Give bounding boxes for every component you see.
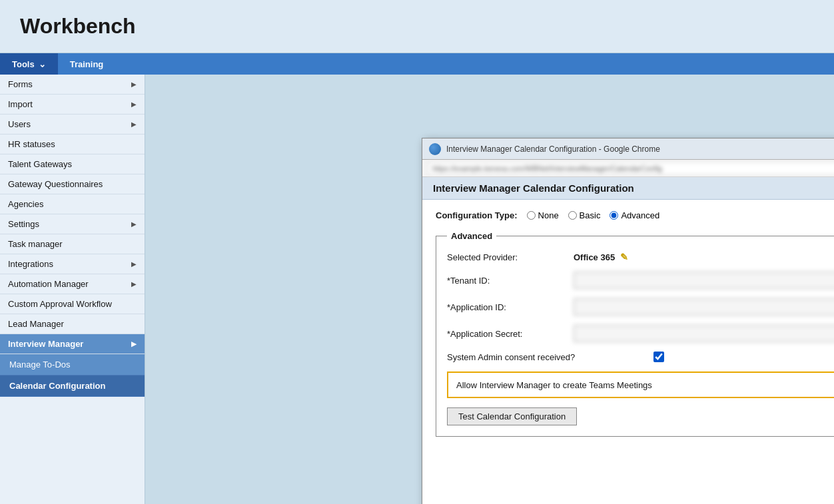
selected-provider-label: Selected Provider: <box>447 252 567 262</box>
submenu-item-calendar-configuration[interactable]: Calendar Configuration <box>0 376 145 397</box>
dialog-titlebar: Interview Manager Calendar Configuration… <box>422 138 834 160</box>
sidebar-item-users[interactable]: Users ▶ <box>0 115 145 134</box>
arrow-icon: ▶ <box>131 340 137 348</box>
application-secret-row: *Application Secret: <box>447 325 834 342</box>
sidebar: Forms ▶ Import ▶ Users ▶ HR statuses Tal… <box>0 75 145 504</box>
nav-training[interactable]: Training <box>58 53 116 75</box>
sidebar-item-import[interactable]: Import ▶ <box>0 95 145 115</box>
sidebar-item-settings[interactable]: Settings ▶ <box>0 214 145 234</box>
tenant-id-input[interactable] <box>574 272 834 289</box>
tenant-id-row: *Tenant ID: <box>447 272 834 289</box>
nav-tools[interactable]: Tools ⌄ <box>0 53 58 75</box>
arrow-icon: ▶ <box>131 280 137 288</box>
system-admin-consent-label: System Admin consent received? <box>447 352 647 362</box>
sidebar-item-gateway-questionnaires[interactable]: Gateway Questionnaires <box>0 174 145 194</box>
dialog-window: Interview Manager Calendar Configuration… <box>422 138 834 504</box>
dialog-body: Configuration Type: None Basic <box>422 200 834 504</box>
application-secret-input[interactable] <box>574 325 834 342</box>
sidebar-item-agencies[interactable]: Agencies <box>0 194 145 214</box>
config-type-label: Configuration Type: <box>436 210 518 220</box>
application-id-label: *Application ID: <box>447 302 567 312</box>
radio-basic-input[interactable] <box>568 211 577 220</box>
top-nav: Tools ⌄ Training <box>0 53 834 75</box>
arrow-icon: ▶ <box>131 101 137 108</box>
arrow-icon: ▶ <box>131 260 137 268</box>
sidebar-item-automation-manager[interactable]: Automation Manager ▶ <box>0 274 145 294</box>
allow-teams-label: Allow Interview Manager to create Teams … <box>456 380 834 390</box>
radio-advanced[interactable]: Advanced <box>610 210 659 220</box>
system-admin-consent-checkbox[interactable] <box>653 352 664 362</box>
dialog-content-title: Interview Manager Calendar Configuration <box>433 182 634 194</box>
workbench-header: Workbench <box>0 0 834 53</box>
arrow-icon: ▶ <box>131 121 137 128</box>
selected-provider-row: Selected Provider: Office 365 ✎ <box>447 252 834 262</box>
application-secret-label: *Application Secret: <box>447 329 567 339</box>
test-calendar-button[interactable]: Test Calendar Configuration <box>447 407 577 425</box>
selected-provider-value: Office 365 ✎ <box>574 252 628 262</box>
main-area: Forms ▶ Import ▶ Users ▶ HR statuses Tal… <box>0 75 834 504</box>
system-admin-consent-row: System Admin consent received? <box>447 352 834 362</box>
chevron-down-icon: ⌄ <box>39 59 46 69</box>
address-input[interactable] <box>428 162 834 175</box>
submenu-item-manage-todos[interactable]: Manage To-Dos <box>0 354 145 376</box>
arrow-icon: ▶ <box>131 81 137 88</box>
edit-icon[interactable]: ✎ <box>620 252 628 262</box>
application-id-input[interactable] <box>574 298 834 316</box>
advanced-legend: Advanced <box>447 231 496 241</box>
dialog-title: Interview Manager Calendar Configuration… <box>446 144 834 154</box>
sidebar-submenu: Manage To-Dos Calendar Configuration <box>0 354 145 397</box>
sidebar-item-forms[interactable]: Forms ▶ <box>0 75 145 95</box>
radio-none[interactable]: None <box>527 210 559 220</box>
sidebar-item-lead-manager[interactable]: Lead Manager <box>0 314 145 334</box>
sidebar-item-interview-manager[interactable]: Interview Manager ▶ <box>0 334 145 354</box>
config-type-row: Configuration Type: None Basic <box>436 210 834 220</box>
test-button-container: Test Calendar Configuration <box>447 407 834 425</box>
radio-advanced-input[interactable] <box>610 211 618 220</box>
sidebar-item-hr-statuses[interactable]: HR statuses <box>0 134 145 154</box>
dialog-addressbar <box>422 160 834 177</box>
tenant-id-label: *Tenant ID: <box>447 276 567 286</box>
arrow-icon: ▶ <box>131 220 137 228</box>
application-id-row: *Application ID: <box>447 298 834 316</box>
sidebar-item-task-manager[interactable]: Task manager <box>0 234 145 254</box>
radio-basic[interactable]: Basic <box>568 210 601 220</box>
dialog-content-header: Interview Manager Calendar Configuration… <box>422 177 834 200</box>
sidebar-item-custom-approval-workflow[interactable]: Custom Approval Workflow <box>0 294 145 314</box>
allow-teams-row: Allow Interview Manager to create Teams … <box>447 372 834 398</box>
workbench-title: Workbench <box>20 14 136 39</box>
sidebar-item-integrations[interactable]: Integrations ▶ <box>0 254 145 274</box>
radio-group: None Basic Advanced <box>527 210 660 220</box>
advanced-fieldset: Advanced Selected Provider: Office 365 ✎… <box>436 231 834 437</box>
content-area: Interview Manager Calendar Configuration… <box>145 75 834 504</box>
browser-icon <box>429 143 441 155</box>
sidebar-item-talent-gateways[interactable]: Talent Gateways <box>0 154 145 174</box>
radio-none-input[interactable] <box>527 211 536 220</box>
